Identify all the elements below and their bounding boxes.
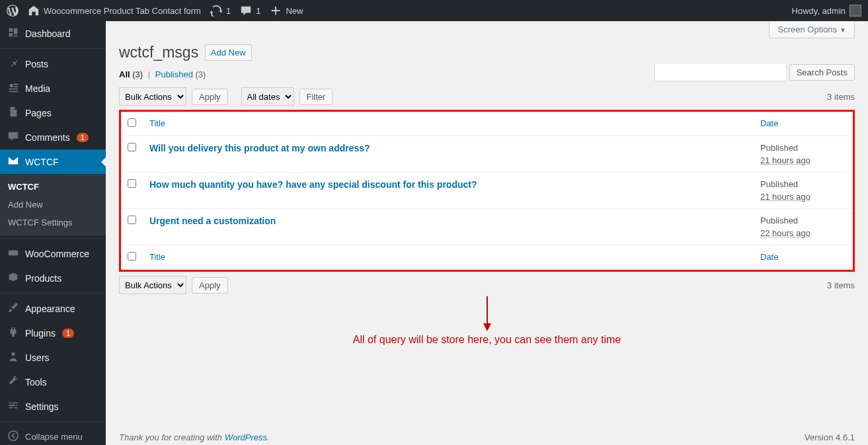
select-all-checkbox-top[interactable]: [128, 118, 136, 127]
title-column-footer[interactable]: Title: [143, 245, 754, 270]
bulk-actions-select-top[interactable]: Bulk Actions: [119, 87, 186, 106]
sidebar-label: Appearance: [25, 303, 75, 314]
row-status: Published: [760, 179, 798, 189]
sidebar-label: Products: [25, 273, 61, 284]
arrow-down-icon: [477, 293, 497, 333]
sidebar-item-wctcf[interactable]: WCTCF: [0, 149, 106, 174]
title-column-header[interactable]: Title: [143, 112, 754, 136]
annotation-text: All of query will be store here, you can…: [119, 334, 855, 346]
comment-icon: [240, 5, 252, 17]
svg-rect-1: [9, 250, 18, 255]
updates-link[interactable]: 1: [210, 5, 231, 17]
row-title-link[interactable]: Will you delivery this product at my own…: [149, 143, 370, 153]
howdy-link[interactable]: Howdy, admin: [792, 5, 861, 17]
select-all-footer: [121, 245, 143, 270]
site-name: Woocommerce Product Tab Contact form: [44, 6, 201, 16]
sidebar-item-tools[interactable]: Tools: [0, 370, 106, 394]
select-all-checkbox-bottom[interactable]: [128, 252, 136, 261]
plug-icon: [7, 326, 19, 338]
sidebar-item-dashboard[interactable]: Dashboard: [0, 21, 106, 46]
svg-point-3: [9, 431, 18, 440]
footer-wordpress-link[interactable]: WordPress: [225, 432, 267, 442]
tablenav-top: Bulk Actions Apply All dates Filter 3 it…: [119, 87, 855, 106]
date-column-footer[interactable]: Date: [754, 245, 853, 270]
screen-options-button[interactable]: Screen Options▼: [769, 21, 855, 38]
new-link[interactable]: New: [270, 5, 303, 17]
sidebar-item-plugins[interactable]: Plugins 1: [0, 321, 106, 345]
sliders-icon: [7, 399, 19, 411]
sidebar-sub-addnew[interactable]: Add New: [0, 196, 106, 214]
sidebar-label: WooCommerce: [25, 249, 89, 259]
row-status: Published: [760, 216, 798, 225]
row-time-ago: 22 hours ago: [760, 228, 810, 238]
refresh-icon: [210, 5, 222, 17]
posts-table: Title Date Will you delivery this produc…: [121, 112, 853, 270]
sidebar-submenu-wctcf: WCTCF Add New WCTCF Settings: [0, 174, 106, 235]
bulk-actions-select-bottom[interactable]: Bulk Actions: [119, 276, 186, 294]
products-icon: [7, 271, 19, 283]
footer-thanks-pre: Thank you for creating with: [119, 432, 225, 442]
sidebar-item-woocommerce[interactable]: WooCommerce: [0, 241, 106, 266]
user-icon: [7, 350, 19, 362]
wrench-icon: [7, 375, 19, 387]
row-checkbox[interactable]: [128, 179, 136, 188]
sidebar-sub-settings[interactable]: WCTCF Settings: [0, 214, 106, 231]
row-status: Published: [760, 143, 798, 153]
search-box: Search Posts: [654, 64, 855, 81]
plus-icon: [270, 5, 282, 17]
sidebar-item-posts[interactable]: Posts: [0, 52, 106, 76]
row-title-link[interactable]: Urgent need a customization: [149, 216, 276, 226]
sidebar-label: Tools: [25, 377, 47, 387]
filter-button[interactable]: Filter: [299, 89, 333, 105]
sidebar-label: Posts: [25, 59, 48, 69]
main-content: Screen Options▼ wctcf_msgs Add New All (…: [106, 21, 868, 445]
wordpress-icon: [7, 5, 19, 17]
comments-link[interactable]: 1: [240, 5, 260, 17]
sidebar-collapse[interactable]: Collapse menu: [0, 425, 106, 445]
row-title-link[interactable]: How much quantity you have? have any spe…: [149, 179, 477, 190]
new-label: New: [286, 6, 303, 16]
footer-version: Version 4.6.1: [805, 432, 855, 442]
items-count-top: 3 items: [827, 92, 855, 102]
sidebar-item-products[interactable]: Products: [0, 266, 106, 290]
sidebar-label: WCTCF: [25, 157, 59, 167]
sidebar-item-media[interactable]: Media: [0, 76, 106, 101]
date-column-header[interactable]: Date: [754, 112, 853, 136]
updates-count: 1: [226, 6, 231, 16]
svg-point-0: [10, 84, 13, 87]
woocommerce-icon: [7, 247, 19, 259]
apply-button-bottom[interactable]: Apply: [192, 277, 228, 294]
filter-published-link[interactable]: Published (3): [155, 69, 206, 79]
sidebar-item-pages[interactable]: Pages: [0, 101, 106, 125]
date-filter-select[interactable]: All dates: [241, 87, 294, 106]
pin-icon: [7, 57, 19, 69]
site-home-link[interactable]: Woocommerce Product Tab Contact form: [28, 5, 201, 17]
annotation-arrow: [119, 293, 855, 333]
footer-dot: .: [267, 432, 270, 442]
search-button[interactable]: Search Posts: [789, 64, 855, 81]
dashboard-icon: [7, 26, 19, 38]
sidebar-item-comments[interactable]: Comments 1: [0, 125, 106, 149]
sidebar-item-users[interactable]: Users: [0, 345, 106, 370]
sidebar-label: Collapse menu: [25, 432, 83, 442]
select-all-header: [121, 112, 143, 136]
sidebar-label: Dashboard: [25, 28, 71, 39]
sidebar-label: Plugins: [25, 328, 56, 339]
sidebar-item-appearance[interactable]: Appearance: [0, 296, 106, 321]
sidebar-item-settings[interactable]: Settings: [0, 394, 106, 419]
row-checkbox[interactable]: [128, 216, 136, 224]
adminbar-comment-count: 1: [256, 6, 260, 16]
sidebar-label: Pages: [25, 108, 52, 118]
sidebar-sub-wctcf[interactable]: WCTCF: [0, 178, 106, 196]
admin-footer: Thank you for creating with WordPress. V…: [119, 432, 855, 442]
howdy-text: Howdy, admin: [792, 6, 846, 16]
wp-logo[interactable]: [7, 5, 19, 17]
search-input[interactable]: [654, 64, 787, 81]
table-row: Will you delivery this product at my own…: [121, 136, 853, 173]
row-checkbox[interactable]: [128, 143, 136, 151]
add-new-button[interactable]: Add New: [205, 44, 252, 61]
collapse-icon: [7, 430, 19, 442]
filter-all-link[interactable]: All (3): [119, 69, 143, 79]
apply-button-top[interactable]: Apply: [192, 89, 228, 105]
table-row: Urgent need a customizationPublished22 h…: [121, 209, 853, 245]
